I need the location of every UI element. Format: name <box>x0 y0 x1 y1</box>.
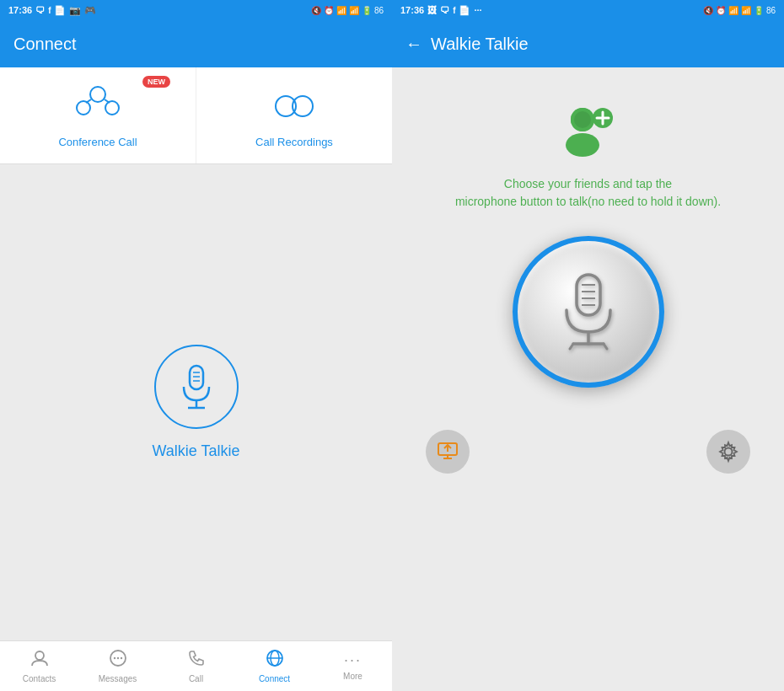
nav-connect[interactable]: Connect <box>235 641 314 691</box>
message-icon: 🗨 <box>35 5 45 15</box>
conference-label: Conference Call <box>58 136 137 148</box>
contacts-icon <box>30 649 49 672</box>
right-msg-icon: 🗨 <box>440 5 449 15</box>
left-battery-text: 86 <box>374 6 384 15</box>
right-battery-icon: 🔋 <box>754 6 764 15</box>
svg-point-0 <box>90 87 105 102</box>
feature-grid: NEW Conference Call <box>0 67 392 164</box>
contacts-label: Contacts <box>23 674 56 683</box>
mute-icon: 🔇 <box>311 6 321 15</box>
messages-label: Messages <box>99 674 137 683</box>
instruction-text: Choose your friends and tap the micropho… <box>455 175 721 211</box>
right-status-bar: 17:36 🖼 🗨 f 📄 ··· 🔇 ⏰ 📶 📶 🔋 86 <box>392 0 784 20</box>
svg-point-15 <box>113 657 115 659</box>
right-header: ← Walkie Talkie <box>392 20 784 67</box>
nav-contacts[interactable]: Contacts <box>0 641 78 691</box>
wifi-icon: 📶 <box>336 6 346 15</box>
nav-more[interactable]: ··· More <box>314 641 392 691</box>
right-battery-text: 86 <box>766 6 776 15</box>
svg-point-22 <box>566 133 599 157</box>
conference-call-item[interactable]: NEW Conference Call <box>0 67 196 163</box>
right-status-time: 17:36 🖼 🗨 f 📄 ··· <box>400 5 482 16</box>
walkie-talkie-section[interactable]: Walkie Talkie <box>0 164 392 640</box>
svg-point-16 <box>116 657 118 659</box>
messages-icon <box>109 649 127 672</box>
settings-button[interactable] <box>706 430 750 474</box>
connect-icon <box>266 649 284 672</box>
recordings-label: Call Recordings <box>255 136 333 148</box>
right-photo-icon: 🖼 <box>427 5 437 15</box>
left-header: Connect <box>0 20 392 67</box>
right-signal-icon: 📶 <box>741 6 751 15</box>
call-recordings-item[interactable]: Call Recordings <box>196 67 392 163</box>
right-status-right: 🔇 ⏰ 📶 📶 🔋 86 <box>703 6 776 15</box>
left-status-right: 🔇 ⏰ 📶 📶 🔋 86 <box>311 6 384 15</box>
walkie-circle[interactable] <box>154 345 239 429</box>
instruction-content: Choose your friends and tap the micropho… <box>455 177 721 208</box>
svg-line-36 <box>604 344 607 349</box>
right-time: 17:36 <box>400 5 424 15</box>
svg-rect-7 <box>190 366 203 389</box>
more-icon: ··· <box>344 651 362 669</box>
conference-icon <box>72 83 123 129</box>
call-icon <box>187 649 206 672</box>
add-friend-icon <box>559 101 618 163</box>
right-fb-icon: f <box>453 6 455 15</box>
left-status-time: 17:36 🗨 f 📄 📷 🎮 <box>8 5 96 16</box>
svg-line-35 <box>570 344 573 349</box>
right-dots-icon: ··· <box>474 5 481 15</box>
walkie-talkie-label: Walkie Talkie <box>152 442 239 460</box>
left-status-bar: 17:36 🗨 f 📄 📷 🎮 🔇 ⏰ 📶 📶 🔋 86 <box>0 0 392 20</box>
new-badge: NEW <box>142 76 170 88</box>
share-button[interactable] <box>426 430 470 474</box>
game-icon: 🎮 <box>84 5 96 16</box>
left-header-title: Connect <box>13 35 77 54</box>
svg-point-2 <box>105 101 119 115</box>
right-content: Choose your friends and tap the micropho… <box>392 67 784 691</box>
right-wifi-icon: 📶 <box>728 6 738 15</box>
fb-icon: f <box>48 6 51 15</box>
right-header-title: Walkie Talkie <box>431 35 529 54</box>
signal-icon: 📶 <box>349 6 359 15</box>
battery-icon: 🔋 <box>362 6 372 15</box>
call-label: Call <box>189 674 203 683</box>
right-panel: 17:36 🖼 🗨 f 📄 ··· 🔇 ⏰ 📶 📶 🔋 86 ← Walkie … <box>392 0 784 691</box>
bottom-actions <box>409 421 767 482</box>
svg-point-13 <box>35 651 44 660</box>
svg-point-1 <box>77 101 90 115</box>
right-doc-icon: 📄 <box>459 5 470 16</box>
svg-point-17 <box>120 657 121 659</box>
right-alarm-icon: ⏰ <box>716 6 726 15</box>
recordings-icon <box>269 83 320 129</box>
svg-point-41 <box>725 448 733 456</box>
more-label: More <box>343 672 362 681</box>
back-button[interactable]: ← <box>405 35 422 54</box>
left-panel: 17:36 🗨 f 📄 📷 🎮 🔇 ⏰ 📶 📶 🔋 86 Connect NEW <box>0 0 392 691</box>
bottom-nav: Contacts Messages Call <box>0 640 392 691</box>
nav-call[interactable]: Call <box>157 641 235 691</box>
svg-point-27 <box>574 111 591 128</box>
mic-button-large[interactable] <box>513 236 664 388</box>
alarm-icon: ⏰ <box>324 6 334 15</box>
left-content: NEW Conference Call <box>0 67 392 640</box>
connect-label: Connect <box>259 674 290 683</box>
left-time: 17:36 <box>8 5 32 15</box>
nav-messages[interactable]: Messages <box>78 641 157 691</box>
right-mute-icon: 🔇 <box>703 6 713 15</box>
svg-rect-28 <box>577 275 600 315</box>
doc-icon: 📄 <box>54 5 66 16</box>
camera-icon: 📷 <box>69 5 81 16</box>
